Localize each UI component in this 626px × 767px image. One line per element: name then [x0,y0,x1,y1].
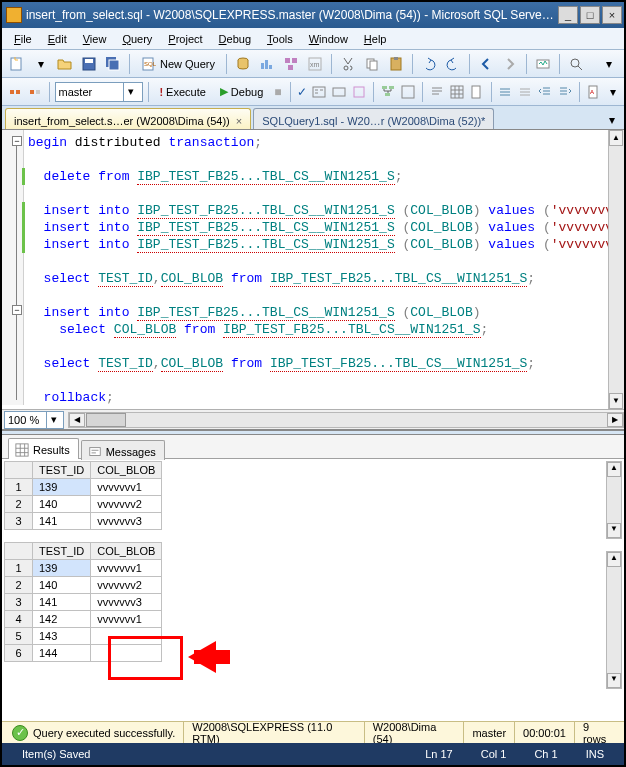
database-combo[interactable]: master ▾ [55,82,143,102]
menu-project[interactable]: Project [160,31,210,47]
engine-query-button[interactable] [232,53,254,75]
cut-button[interactable] [337,53,359,75]
new-dropdown[interactable]: ▾ [30,53,52,75]
grid-icon [15,443,29,457]
scroll-up-icon[interactable]: ▲ [609,130,623,146]
copy-button[interactable] [361,53,383,75]
editor-vscroll[interactable]: ▲ ▼ [608,130,624,409]
activity-button[interactable] [532,53,554,75]
tab-close-icon[interactable]: × [236,115,242,127]
scroll-down-icon[interactable]: ▼ [609,393,623,409]
grid-corner[interactable] [5,462,33,479]
query-options-button[interactable] [330,81,348,103]
template-button[interactable]: A [585,81,603,103]
table-row: 6144 [5,645,162,662]
menu-debug[interactable]: Debug [211,31,259,47]
open-button[interactable] [54,53,76,75]
toolbar-options[interactable]: ▾ [598,53,620,75]
change-conn-button[interactable] [26,81,44,103]
save-all-button[interactable] [102,53,124,75]
col-header[interactable]: TEST_ID [33,462,91,479]
menu-window[interactable]: Window [301,31,356,47]
window-title: insert_from_select.sql - W2008\SQLEXPRES… [26,8,556,22]
toolbar2-options[interactable]: ▾ [607,81,620,103]
minimize-button[interactable]: _ [558,6,578,24]
zoom-combo[interactable]: 100 % ▾ [4,411,64,429]
svg-rect-10 [269,65,272,69]
indent-dec-button[interactable] [536,81,554,103]
svg-rect-34 [472,86,480,98]
mdx-query-button[interactable] [256,53,278,75]
results-text-button[interactable] [428,81,446,103]
grid-corner[interactable] [5,543,33,560]
success-icon: ✓ [12,725,28,741]
include-stats-button[interactable] [399,81,417,103]
svg-rect-31 [385,93,390,96]
estimated-plan-button[interactable] [310,81,328,103]
find-button[interactable] [565,53,587,75]
tab-list-button[interactable]: ▾ [603,111,621,129]
close-button[interactable]: × [602,6,622,24]
tab-results[interactable]: Results [8,438,79,459]
xmla-query-button[interactable]: xm [304,53,326,75]
redo-button[interactable] [442,53,464,75]
results-grid-2[interactable]: TEST_ID COL_BLOB 1139vvvvvvv1 2140vvvvvv… [4,542,162,662]
parse-button[interactable]: ✓ [295,81,308,103]
menu-edit[interactable]: Edit [40,31,75,47]
sql-editor[interactable]: − − begin distributed transaction; delet… [2,130,624,430]
status-char: Ch 1 [520,748,571,760]
col-header[interactable]: COL_BLOB [91,462,162,479]
grid1-vscroll[interactable]: ▲▼ [606,461,622,539]
undo-button[interactable] [418,53,440,75]
results-grid-1[interactable]: TEST_ID COL_BLOB 1139vvvvvvv1 2140vvvvvv… [4,461,162,530]
menu-file[interactable]: File [6,31,40,47]
col-header[interactable]: TEST_ID [33,543,91,560]
uncomment-button[interactable] [516,81,534,103]
intellisense-button[interactable] [350,81,368,103]
svg-rect-17 [370,61,377,70]
tab-messages[interactable]: Messages [81,440,165,460]
tab-insert-from-select[interactable]: insert_from_select.s…er (W2008\Dima (54)… [5,108,251,129]
svg-rect-2 [85,59,93,63]
col-header[interactable]: COL_BLOB [91,543,162,560]
status-rows: 9 rows [575,722,622,743]
dmx-query-button[interactable] [280,53,302,75]
scroll-left-icon[interactable]: ◀ [69,413,85,427]
save-button[interactable] [78,53,100,75]
menu-help[interactable]: Help [356,31,395,47]
tab-sqlquery1[interactable]: SQLQuery1.sql - W20…r (W2008\Dima (52))* [253,108,494,129]
editor-text[interactable]: begin distributed transaction; delete fr… [2,130,624,406]
results-grid-button[interactable] [448,81,466,103]
svg-rect-24 [30,90,34,94]
scroll-thumb[interactable] [86,413,126,427]
cancel-query-button[interactable]: ■ [271,81,284,103]
menu-tools[interactable]: Tools [259,31,301,47]
editor-hscroll[interactable]: ◀ ▶ [68,412,624,428]
execute-button[interactable]: ! Execute [153,81,211,103]
table-row: 5143 [5,628,162,645]
table-row: 3141vvvvvvv3 [5,513,162,530]
status-col: Col 1 [467,748,521,760]
menu-view[interactable]: View [75,31,115,47]
svg-rect-22 [10,90,14,94]
table-row: 1139vvvvvvv1 [5,479,162,496]
indent-inc-button[interactable] [556,81,574,103]
nav-fwd-button[interactable] [499,53,521,75]
scroll-right-icon[interactable]: ▶ [607,413,623,427]
new-query-button[interactable]: SQL New Query [135,53,221,75]
menu-query[interactable]: Query [114,31,160,47]
debug-button[interactable]: ▶ Debug [214,81,269,103]
grid2-vscroll[interactable]: ▲▼ [606,551,622,689]
comment-button[interactable] [496,81,514,103]
maximize-button[interactable]: □ [580,6,600,24]
results-file-button[interactable] [468,81,486,103]
execute-label: Execute [166,86,206,98]
svg-rect-4 [109,60,119,70]
include-plan-button[interactable] [379,81,397,103]
svg-rect-12 [292,58,297,63]
nav-back-button[interactable] [475,53,497,75]
table-row: 4142vvvvvvv1 [5,611,162,628]
paste-button[interactable] [385,53,407,75]
connect-button[interactable] [6,81,24,103]
new-project-button[interactable] [6,53,28,75]
